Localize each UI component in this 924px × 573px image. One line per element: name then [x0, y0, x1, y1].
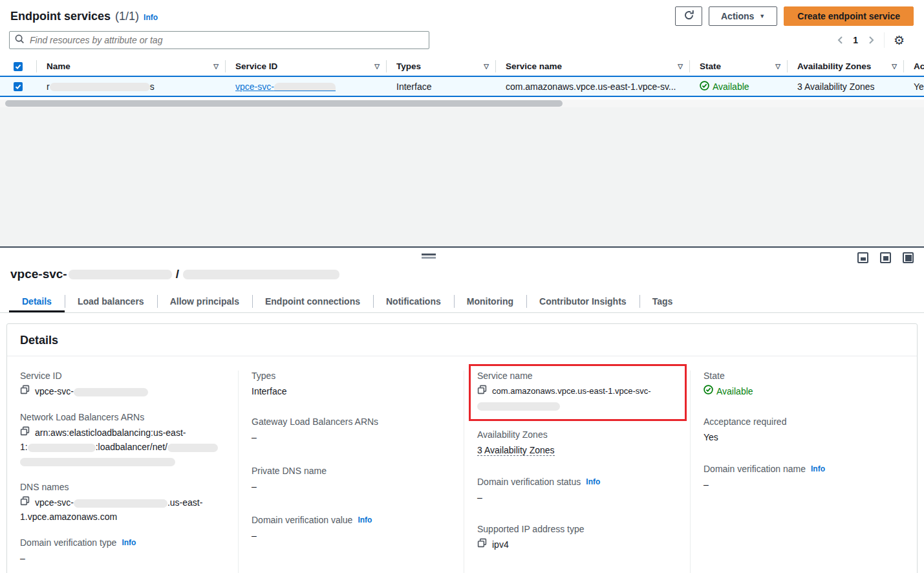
column-header-acceptance-required[interactable]: Acceptance required [903, 57, 924, 76]
info-link[interactable]: Info [122, 538, 136, 547]
field-label: DNS names [20, 482, 69, 492]
header-info-link[interactable]: Info [144, 13, 158, 22]
panel-size-small-button[interactable] [857, 252, 868, 263]
field-types: Types Interface [252, 371, 452, 398]
sort-icon[interactable]: ▽ [892, 63, 897, 70]
cell-acceptance: Yes [903, 81, 924, 92]
pagination-divider [884, 32, 885, 48]
tab-monitoring[interactable]: Monitoring [454, 290, 526, 312]
service-name-value: com.amazonaws.vpce.us-east-1.vpce-svc- [492, 384, 651, 398]
nlb-arn-line1: arn:aws:elasticloadbalancing:us-east- [35, 426, 186, 440]
field-service-name-highlighted: Service name com.amazonaws.vpce.us-east-… [469, 364, 687, 421]
endpoint-services-table: Name ▽ Service ID ▽ Types ▽ Service name… [0, 57, 924, 107]
availability-zones-link[interactable]: 3 Availability Zones [797, 81, 875, 92]
column-header-service-id[interactable]: Service ID ▽ [225, 57, 386, 76]
details-grid: Service ID vpce-svc- Network Load Balanc… [7, 356, 917, 573]
search-box[interactable] [9, 31, 429, 49]
cell-service-id: vpce-svc- [225, 81, 386, 92]
info-link[interactable]: Info [358, 515, 372, 524]
redacted-text [183, 270, 339, 279]
sort-icon[interactable]: ▽ [484, 63, 489, 70]
split-panel-drag-handle[interactable] [422, 254, 436, 259]
field-label: Network Load Balancers ARNs [20, 412, 144, 422]
header-actions: Actions ▼ Create endpoint service [675, 6, 914, 26]
previous-page-button[interactable] [836, 36, 844, 45]
panel-title-prefix: vpce-svc- [10, 267, 67, 281]
details-heading: Details [7, 324, 917, 356]
panel-size-large-button[interactable] [903, 252, 914, 263]
nlb-arn-line2b: :loadbalancer/net/ [96, 442, 167, 452]
tab-endpoint-connections[interactable]: Endpoint connections [252, 290, 373, 312]
state-text: Available [713, 81, 749, 92]
field-label: Private DNS name [252, 466, 327, 476]
split-panel-title: vpce-svc- / [10, 267, 914, 281]
availability-zones-link[interactable]: 3 Availability Zones [477, 445, 555, 456]
column-header-service-id-label: Service ID [235, 61, 277, 71]
tab-load-balancers[interactable]: Load balancers [65, 290, 157, 312]
field-label: Domain verification value [252, 515, 352, 525]
dns-name-line2: 1.vpce.amazonaws.com [20, 510, 226, 524]
tab-bar: Details Load balancers Allow principals … [0, 290, 924, 313]
field-label: Service ID [20, 371, 62, 381]
sort-icon[interactable]: ▽ [213, 63, 219, 70]
info-link[interactable]: Info [811, 464, 825, 473]
field-label: Gateway Load Balancers ARNs [252, 416, 378, 427]
tab-notifications[interactable]: Notifications [373, 290, 454, 312]
panel-size-medium-button[interactable] [880, 252, 891, 263]
service-id-link[interactable]: vpce-svc- [235, 81, 336, 92]
next-page-button[interactable] [867, 36, 875, 45]
cell-types: Interface [386, 81, 495, 92]
sort-icon[interactable]: ▽ [678, 63, 683, 70]
scrollbar-thumb[interactable] [5, 100, 563, 107]
service-id-prefix: vpce-svc- [235, 81, 274, 92]
details-column-1: Service ID vpce-svc- Network Load Balanc… [7, 371, 238, 573]
redacted-text [28, 444, 96, 452]
tab-details[interactable]: Details [9, 290, 65, 312]
info-link[interactable]: Info [586, 477, 600, 486]
row-checkbox[interactable] [14, 82, 23, 91]
tab-allow-principals[interactable]: Allow principals [157, 290, 252, 312]
redacted-text [274, 83, 336, 91]
column-header-availability-zones[interactable]: Availability Zones ▽ [787, 57, 903, 76]
column-header-service-name[interactable]: Service name ▽ [495, 57, 689, 76]
table-row[interactable]: rs vpce-svc- Interface com.amazonaws.vpc… [0, 76, 924, 97]
column-header-state[interactable]: State ▽ [689, 57, 787, 76]
column-header-types[interactable]: Types ▽ [386, 57, 495, 76]
copy-icon[interactable] [477, 384, 487, 398]
column-header-acceptance-required-label: Acceptance required [914, 61, 924, 71]
details-column-3: Service name com.amazonaws.vpce.us-east-… [464, 371, 690, 573]
select-all-checkbox[interactable] [14, 62, 23, 71]
preferences-gear-icon[interactable]: ⚙ [894, 34, 905, 47]
resource-count: (1/1) [115, 10, 139, 23]
sort-icon[interactable]: ▽ [775, 63, 780, 70]
current-page-number[interactable]: 1 [853, 35, 858, 45]
column-header-service-name-label: Service name [506, 61, 562, 71]
redacted-text [50, 83, 150, 91]
select-all-cell [0, 57, 36, 76]
actions-button[interactable]: Actions ▼ [709, 6, 777, 26]
tab-tags[interactable]: Tags [639, 290, 686, 312]
copy-icon[interactable] [20, 426, 30, 440]
name-fragment: s [150, 81, 155, 92]
create-endpoint-service-button[interactable]: Create endpoint service [784, 6, 914, 26]
copy-icon[interactable] [20, 384, 30, 398]
cell-service-name: com.amazonaws.vpce.us-east-1.vpce-sv... [495, 81, 689, 92]
horizontal-scrollbar[interactable] [0, 100, 924, 107]
tab-contributor-insights[interactable]: Contributor Insights [526, 290, 639, 312]
copy-icon[interactable] [20, 495, 30, 510]
field-label: Domain verification type [20, 537, 116, 548]
field-label: Service name [477, 371, 533, 381]
refresh-button[interactable] [675, 6, 702, 26]
column-header-name[interactable]: Name ▽ [36, 57, 225, 76]
field-domain-verification-type: Domain verification type Info – [20, 537, 226, 565]
search-input[interactable] [30, 35, 424, 45]
content-background [0, 107, 924, 246]
copy-icon[interactable] [477, 537, 487, 552]
field-value: – [252, 528, 452, 543]
cell-availability-zones: 3 Availability Zones [787, 81, 903, 92]
field-domain-verification-status: Domain verification status Info – [477, 477, 678, 504]
field-acceptance-required: Acceptance required Yes [704, 416, 905, 444]
field-value: – [477, 490, 678, 504]
sort-icon[interactable]: ▽ [374, 63, 380, 70]
table-header-row: Name ▽ Service ID ▽ Types ▽ Service name… [0, 57, 924, 76]
